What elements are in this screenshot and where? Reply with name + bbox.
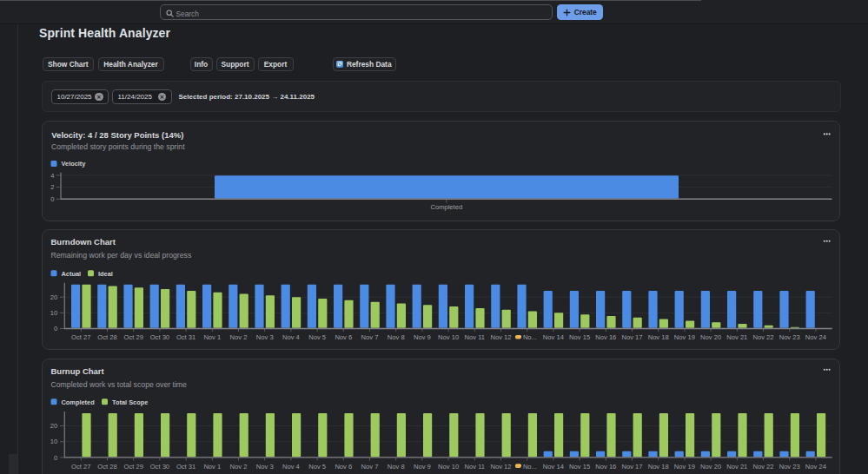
svg-text:Oct 31: Oct 31 — [176, 463, 195, 471]
svg-text:Nov 23: Nov 23 — [779, 333, 800, 341]
svg-text:Nov 9: Nov 9 — [414, 463, 431, 471]
svg-text:10: 10 — [50, 438, 57, 445]
svg-text:Nov 9: Nov 9 — [414, 333, 431, 341]
svg-text:10: 10 — [50, 309, 57, 317]
svg-text:Nov 23: Nov 23 — [779, 463, 800, 471]
svg-text:Oct 29: Oct 29 — [124, 463, 143, 471]
svg-text:Oct 27: Oct 27 — [71, 333, 90, 341]
svg-text:Nov 4: Nov 4 — [282, 463, 300, 471]
svg-text:Nov 15: Nov 15 — [569, 463, 590, 471]
svg-text:0: 0 — [50, 195, 54, 203]
svg-text:Nov 5: Nov 5 — [308, 333, 326, 341]
svg-text:Burnup Chart: Burnup Chart — [51, 366, 105, 376]
svg-text:Nov 6: Nov 6 — [335, 333, 352, 341]
svg-text:Oct 31: Oct 31 — [176, 333, 195, 341]
svg-text:Ideal: Ideal — [98, 270, 113, 278]
svg-text:Nov 14: Nov 14 — [543, 333, 564, 341]
svg-text:Nov 5: Nov 5 — [308, 463, 326, 471]
svg-text:Nov 2: Nov 2 — [230, 463, 248, 471]
svg-text:Actual: Actual — [62, 270, 82, 278]
svg-text:Nov 22: Nov 22 — [752, 463, 773, 471]
svg-text:Nov 3: Nov 3 — [256, 333, 274, 341]
svg-text:Nov 19: Nov 19 — [674, 463, 695, 471]
svg-text:Nov 8: Nov 8 — [388, 463, 405, 471]
svg-text:Nov 20: Nov 20 — [700, 333, 721, 341]
svg-text:Completed: Completed — [62, 398, 96, 406]
svg-text:Nov 22: Nov 22 — [752, 333, 773, 341]
svg-text:Nov 15: Nov 15 — [569, 333, 590, 341]
svg-text:Nov 3: Nov 3 — [256, 463, 274, 471]
svg-text:Oct 28: Oct 28 — [97, 333, 116, 341]
svg-text:Nov 16: Nov 16 — [595, 333, 616, 341]
svg-text:Nov 7: Nov 7 — [361, 463, 379, 471]
svg-text:Burndown Chart: Burndown Chart — [51, 237, 116, 247]
svg-text:Velocity: Velocity — [62, 160, 87, 168]
svg-text:Nov 11: Nov 11 — [465, 463, 486, 471]
svg-text:Completed: Completed — [430, 203, 462, 211]
svg-text:Nov 21: Nov 21 — [726, 333, 747, 341]
svg-text:Nov 17: Nov 17 — [621, 333, 642, 341]
svg-text:Oct 27: Oct 27 — [71, 463, 90, 471]
svg-text:No...: No... — [523, 463, 537, 471]
svg-text:Nov 2: Nov 2 — [230, 333, 248, 341]
svg-text:Nov 1: Nov 1 — [203, 463, 221, 471]
svg-text:Nov 10: Nov 10 — [438, 333, 459, 341]
svg-text:Oct 29: Oct 29 — [124, 333, 143, 341]
svg-text:Remaining work per day vs idea: Remaining work per day vs ideal progress — [51, 251, 192, 260]
svg-text:Oct 30: Oct 30 — [150, 463, 169, 471]
svg-text:Nov 6: Nov 6 — [335, 463, 352, 471]
svg-text:Velocity: 4 / 28 Story Points: Velocity: 4 / 28 Story Points (14%) — [51, 130, 183, 140]
svg-text:20: 20 — [50, 293, 57, 301]
svg-text:Nov 24: Nov 24 — [805, 463, 826, 471]
svg-text:Nov 11: Nov 11 — [465, 333, 486, 341]
svg-text:Nov 21: Nov 21 — [726, 463, 747, 471]
svg-text:Nov 19: Nov 19 — [674, 333, 695, 341]
svg-text:0: 0 — [54, 454, 57, 462]
svg-text:Nov 10: Nov 10 — [438, 463, 459, 471]
svg-text:Nov 1: Nov 1 — [203, 333, 221, 341]
svg-text:Completed work vs total scope: Completed work vs total scope over time — [51, 380, 188, 389]
svg-text:Oct 30: Oct 30 — [150, 333, 169, 341]
svg-text:4: 4 — [50, 172, 54, 180]
svg-text:Nov 18: Nov 18 — [648, 463, 669, 471]
svg-text:Nov 24: Nov 24 — [805, 333, 826, 341]
svg-text:Total Scope: Total Scope — [112, 398, 148, 406]
svg-text:Completed story points during: Completed story points during the sprint — [51, 142, 185, 151]
svg-text:Nov 18: Nov 18 — [648, 333, 669, 341]
svg-text:Nov 12: Nov 12 — [490, 333, 511, 341]
svg-text:Oct 28: Oct 28 — [97, 463, 116, 471]
svg-text:20: 20 — [50, 422, 57, 430]
svg-text:Nov 7: Nov 7 — [361, 333, 379, 341]
svg-text:Nov 4: Nov 4 — [282, 333, 300, 341]
svg-text:Nov 16: Nov 16 — [595, 463, 616, 471]
svg-text:Nov 12: Nov 12 — [490, 463, 511, 471]
svg-text:Nov 8: Nov 8 — [388, 333, 405, 341]
svg-text:No...: No... — [523, 333, 537, 341]
svg-text:Nov 20: Nov 20 — [700, 463, 721, 471]
svg-text:2: 2 — [50, 183, 54, 191]
svg-text:0: 0 — [54, 325, 57, 332]
svg-text:Nov 17: Nov 17 — [621, 463, 642, 471]
svg-text:Nov 14: Nov 14 — [543, 463, 564, 471]
